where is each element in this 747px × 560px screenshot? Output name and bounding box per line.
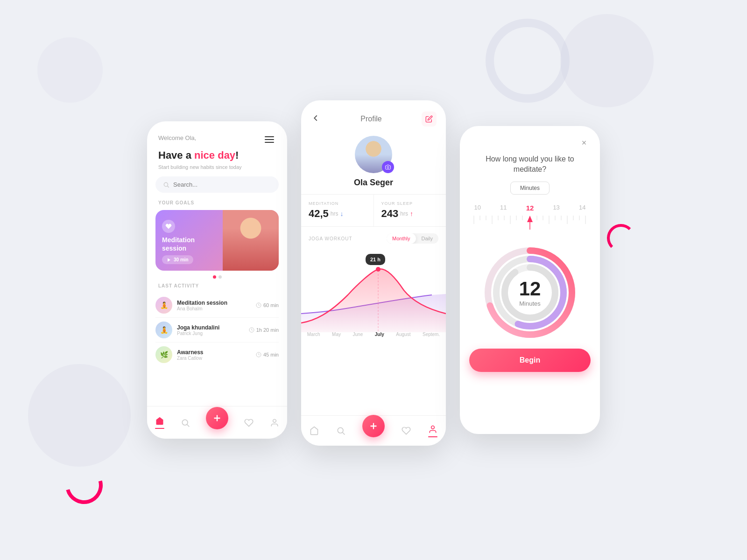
nav-search[interactable]	[181, 418, 190, 427]
ruler-num-11: 11	[500, 204, 507, 212]
headline: Have a nice day!	[147, 149, 287, 164]
nav-home[interactable]	[155, 416, 164, 429]
goal-card[interactable]: Meditationsession 30 min	[155, 210, 279, 271]
toggle-monthly[interactable]: Monthly	[387, 233, 416, 244]
workout-header: JOGA WORKOUT Monthly Daily	[301, 233, 446, 248]
goal-heart-icon	[162, 220, 175, 233]
time-ruler[interactable]: 10 11 12 13 14 // Generate ticks via inl…	[460, 204, 600, 232]
activity-time-3: 45 min	[256, 352, 279, 357]
activity-person-1: Ana Bohalm	[177, 306, 251, 311]
phone3-header: ×	[460, 126, 600, 154]
svg-line-1	[168, 186, 169, 187]
stat-meditation-label: MEDITATION	[309, 201, 366, 206]
phone2-header: Profile	[301, 100, 446, 131]
chart-label-august: August	[396, 332, 410, 337]
toggle-daily[interactable]: Daily	[416, 233, 438, 244]
goal-play-button[interactable]: 30 min	[162, 255, 193, 264]
chart-label-june: June	[353, 332, 363, 337]
svg-line-17	[342, 433, 345, 435]
carousel-dot-1[interactable]	[213, 275, 216, 279]
phone-meditation-timer: × How long would you like to meditate? M…	[460, 126, 600, 434]
workout-chart: 21 h March May June July August Septem.	[301, 248, 446, 342]
subtitle-text: Start building new habits since today	[147, 164, 287, 176]
trend-up-icon: ↑	[410, 210, 413, 217]
activity-item-2[interactable]: 🧘 Joga khundalini Patrick Jung 1h 20 min	[155, 318, 279, 343]
chart-label-july: July	[375, 332, 384, 337]
activity-time-2: 1h 20 min	[249, 327, 279, 333]
menu-button[interactable]	[263, 134, 276, 145]
gauge-value: 12	[519, 278, 541, 300]
gauge-unit: Minutes	[519, 300, 541, 307]
phone1-header: Welcome Ola,	[147, 121, 287, 149]
last-activity-label: LAST ACTIVITY	[147, 283, 287, 293]
svg-point-0	[164, 182, 168, 186]
activity-avatar-3: 🌿	[155, 346, 172, 363]
trend-down-icon: ↓	[340, 210, 344, 217]
nav-add-button[interactable]	[206, 407, 228, 429]
profile-name: Ola Seger	[354, 178, 393, 188]
stats-row: MEDITATION 42,5hrs ↓ YOUR SLEEP 243hrs ↑	[301, 194, 446, 227]
stat-sleep-label: YOUR SLEEP	[381, 201, 439, 206]
svg-point-10	[273, 419, 276, 422]
ruler-num-12: 12	[526, 204, 534, 212]
phone1-bottom-nav	[147, 406, 287, 439]
unit-selector: Minutes	[460, 182, 600, 195]
phone2-bottom-nav	[301, 415, 446, 446]
workout-label: JOGA WORKOUT	[309, 236, 352, 241]
edit-button[interactable]	[422, 112, 437, 126]
avatar-wrap	[355, 136, 392, 173]
svg-line-7	[187, 424, 189, 427]
p2-nav-add[interactable]	[362, 415, 385, 437]
headline-start: Have a	[158, 149, 194, 161]
activity-avatar-1: 🧘	[155, 297, 172, 314]
search-bar[interactable]	[155, 176, 279, 193]
svg-point-20	[431, 426, 434, 429]
svg-marker-30	[527, 216, 533, 222]
activity-list: 🧘 Meditation session Ana Bohalm 60 min 🧘…	[147, 293, 287, 367]
goals-section-label: YOUR GOALS	[147, 200, 287, 210]
activity-name-1: Meditation session	[177, 300, 251, 306]
meditation-question: How long would you like to meditate?	[460, 154, 600, 182]
activity-info-2: Joga khundalini Patrick Jung	[177, 324, 244, 336]
nav-favorites[interactable]	[244, 418, 254, 427]
chart-label-september: Septem.	[423, 332, 440, 337]
p2-nav-profile[interactable]	[428, 425, 437, 437]
camera-button[interactable]	[382, 161, 394, 173]
gauge-display: 12 Minutes	[460, 241, 600, 344]
ruler-num-13: 13	[553, 204, 559, 212]
carousel-dot-2[interactable]	[218, 275, 222, 279]
stat-meditation-value: 42,5hrs ↓	[309, 208, 366, 220]
ruler-ticks: // Generate ticks via inline approach	[469, 216, 591, 230]
stat-sleep-value: 243hrs ↑	[381, 208, 439, 220]
minutes-button[interactable]: Minutes	[510, 182, 550, 195]
svg-point-6	[182, 420, 188, 425]
chart-x-labels: March May June July August Septem.	[301, 332, 446, 337]
begin-button[interactable]: Begin	[469, 349, 591, 372]
p2-nav-home[interactable]	[310, 426, 319, 435]
activity-info-3: Awarness Zara Catlow	[177, 349, 251, 361]
p2-nav-search[interactable]	[336, 426, 345, 435]
activity-name-2: Joga khundalini	[177, 324, 244, 331]
ruler-numbers: 10 11 12 13 14	[460, 204, 600, 212]
activity-item-1[interactable]: 🧘 Meditation session Ana Bohalm 60 min	[155, 293, 279, 318]
goal-duration: 30 min	[174, 257, 189, 262]
close-button[interactable]: ×	[578, 136, 591, 149]
activity-name-3: Awarness	[177, 349, 251, 356]
activity-item-3[interactable]: 🌿 Awarness Zara Catlow 45 min	[155, 343, 279, 367]
svg-marker-2	[168, 258, 170, 262]
chart-label-may: May	[332, 332, 341, 337]
goal-card-image	[223, 210, 279, 271]
nav-profile[interactable]	[270, 418, 279, 427]
chart-label-march: March	[307, 332, 320, 337]
svg-point-16	[338, 427, 343, 433]
avatar-section: Ola Seger	[301, 131, 446, 194]
back-button[interactable]	[310, 113, 321, 125]
period-toggle: Monthly Daily	[387, 233, 438, 244]
p2-nav-favorites[interactable]	[402, 426, 411, 435]
svg-point-12	[376, 267, 381, 272]
svg-point-11	[387, 167, 389, 168]
goal-card-content: Meditationsession 30 min	[155, 213, 201, 271]
search-input[interactable]	[173, 181, 271, 188]
phones-wrapper: Welcome Ola, Have a nice day! Start buil…	[0, 0, 747, 560]
ruler-num-10: 10	[474, 204, 481, 212]
